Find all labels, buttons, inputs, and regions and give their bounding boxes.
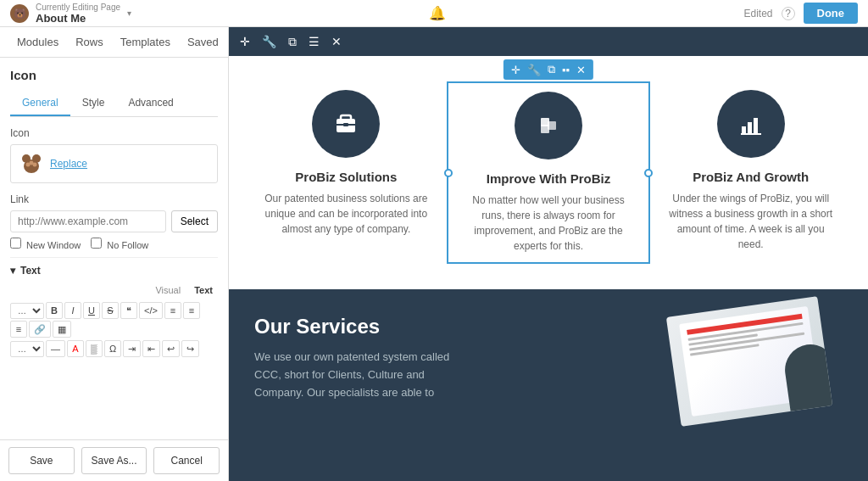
col3-icon-circle <box>717 90 785 158</box>
chart-icon <box>735 108 767 140</box>
align-left-button[interactable]: ≡ <box>164 302 181 319</box>
sel-copy-icon[interactable]: ⧉ <box>545 62 558 77</box>
italic-button[interactable]: I <box>64 302 81 319</box>
icon-preview-box: Replace <box>10 144 218 183</box>
strikethrough-button[interactable]: S <box>102 302 119 319</box>
sub-tab-advanced[interactable]: Advanced <box>116 91 185 116</box>
notification-bell-icon[interactable]: 🔔 <box>429 5 446 21</box>
done-button[interactable]: Done <box>804 3 859 24</box>
new-window-label: New Window <box>10 238 81 250</box>
style-dropdown[interactable]: … <box>10 341 44 357</box>
page-dropdown-arrow[interactable]: ▾ <box>127 8 131 18</box>
move-icon[interactable]: ✛ <box>237 32 253 51</box>
code-button[interactable]: </> <box>139 302 163 319</box>
toolbar-row-1: … B I U S ❝ </> ≡ ≡ ≡ 🔗 ▦ <box>10 302 218 338</box>
main-layout: Modules Rows Templates Saved Icon Genera… <box>0 27 868 481</box>
visual-text-tabs: Visual Text <box>10 283 218 297</box>
resize-handle-left[interactable] <box>444 169 453 177</box>
bear-logo: 🐻 <box>10 4 29 23</box>
column-2[interactable]: ✛ 🔧 ⧉ ▪▪ ✕ <box>447 81 651 264</box>
undo-button[interactable]: ↩ <box>162 340 180 357</box>
col2-title: Improve With ProBiz <box>487 171 611 186</box>
wrench-icon[interactable]: 🔧 <box>259 32 279 51</box>
icon-preview-image <box>19 152 43 176</box>
rows-tab[interactable]: Rows <box>67 27 112 57</box>
outdent-button[interactable]: ⇤ <box>142 340 160 357</box>
resize-handle-right[interactable] <box>644 169 653 177</box>
three-columns: ProBiz Solutions Our patented business s… <box>246 81 851 264</box>
text-section: ▾ Text Visual Text … B I U S ❝ <box>10 257 218 357</box>
no-follow-checkbox[interactable] <box>91 238 102 249</box>
replace-icon-link[interactable]: Replace <box>50 158 87 170</box>
sel-move-icon[interactable]: ✛ <box>509 63 523 77</box>
color-button[interactable]: A <box>67 340 84 357</box>
page-info: Currently Editing Page About Me <box>36 3 120 25</box>
sel-close-icon[interactable]: ✕ <box>574 63 588 77</box>
saved-tab[interactable]: Saved <box>179 27 227 57</box>
page-name: About Me <box>36 12 120 25</box>
text-section-header[interactable]: ▾ Text <box>10 265 218 277</box>
col3-title: ProBiz And Growth <box>693 170 809 184</box>
special-char-button[interactable]: Ω <box>104 340 121 357</box>
text-section-label: Text <box>20 265 41 277</box>
icon-field-label: Icon <box>10 127 218 139</box>
indent-button[interactable]: ⇥ <box>123 340 141 357</box>
cancel-button[interactable]: Cancel <box>153 447 220 474</box>
dark-content: Our Services We use our own patented sys… <box>254 315 843 401</box>
copy-icon[interactable]: ⧉ <box>286 32 299 52</box>
align-center-button[interactable]: ≡ <box>183 302 200 319</box>
visual-tab[interactable]: Visual <box>150 283 186 297</box>
module-toolbar: ✛ 🔧 ⧉ ☰ ✕ <box>229 27 868 56</box>
top-bar-center: 🔔 <box>429 5 446 21</box>
sub-tabs: General Style Advanced <box>10 91 218 117</box>
hr-button[interactable]: — <box>46 340 65 357</box>
align-right-button[interactable]: ≡ <box>10 321 27 338</box>
save-as-button[interactable]: Save As... <box>81 447 147 474</box>
link-button[interactable]: 🔗 <box>29 321 51 338</box>
svg-rect-14 <box>748 122 752 133</box>
brochure-image <box>666 296 832 427</box>
svg-rect-15 <box>754 118 758 133</box>
services-title: Our Services <box>254 315 475 338</box>
column-3: ProBiz And Growth Under the wings of Pro… <box>650 81 851 264</box>
templates-tab[interactable]: Templates <box>112 27 179 57</box>
svg-rect-9 <box>343 123 348 126</box>
help-icon[interactable]: ? <box>782 7 795 20</box>
editor-toolbar: … B I U S ❝ </> ≡ ≡ ≡ 🔗 ▦ … <box>10 302 218 357</box>
panel-title: Icon <box>10 68 218 82</box>
sub-tab-style[interactable]: Style <box>70 91 117 116</box>
redo-button[interactable]: ↪ <box>181 340 199 357</box>
sub-tab-general[interactable]: General <box>10 91 70 116</box>
sel-menu-icon[interactable]: ▪▪ <box>559 63 572 77</box>
top-bar: 🐻 Currently Editing Page About Me ▾ 🔔 Ed… <box>0 0 868 27</box>
format-dropdown[interactable]: … <box>10 303 44 319</box>
svg-rect-12 <box>541 125 549 133</box>
modules-tab[interactable]: Modules <box>8 27 67 57</box>
edited-label: Edited <box>743 8 772 20</box>
toolbar-row-2: … — A ▒ Ω ⇥ ⇤ ↩ ↪ <box>10 340 218 357</box>
selected-item-toolbar: ✛ 🔧 ⧉ ▪▪ ✕ <box>504 59 593 80</box>
left-panel: Modules Rows Templates Saved Icon Genera… <box>0 27 229 481</box>
sel-wrench-icon[interactable]: 🔧 <box>525 63 543 77</box>
close-icon[interactable]: ✕ <box>329 32 344 51</box>
select-button[interactable]: Select <box>171 210 218 232</box>
briefcase-icon <box>330 108 362 140</box>
top-bar-left: 🐻 Currently Editing Page About Me ▾ <box>10 3 131 25</box>
bgcolor-button[interactable]: ▒ <box>86 340 103 357</box>
table-button[interactable]: ▦ <box>53 321 71 338</box>
blockquote-button[interactable]: ❝ <box>120 302 137 319</box>
col1-description: Our patented business solutions are uniq… <box>263 191 430 237</box>
bold-button[interactable]: B <box>46 302 63 319</box>
new-window-checkbox[interactable] <box>10 238 21 249</box>
link-input[interactable] <box>10 210 166 232</box>
panel-content: Icon General Style Advanced Icon <box>0 58 228 439</box>
cubes-icon <box>532 109 565 142</box>
underline-button[interactable]: U <box>83 302 100 319</box>
canvas-area: ✛ 🔧 ⧉ ☰ ✕ <box>229 27 868 481</box>
menu-icon[interactable]: ☰ <box>306 32 322 51</box>
save-button[interactable]: Save <box>8 447 75 474</box>
col2-description: No matter how well your business runs, t… <box>465 193 632 254</box>
text-section-chevron: ▾ <box>10 265 15 277</box>
text-tab[interactable]: Text <box>189 283 218 297</box>
column-1: ProBiz Solutions Our patented business s… <box>246 81 447 264</box>
